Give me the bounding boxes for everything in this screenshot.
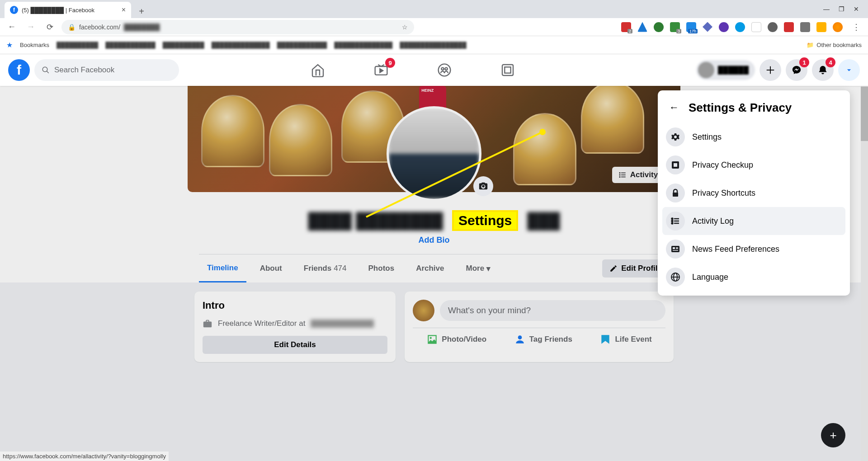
edit-details-button[interactable]: Edit Details [203,336,387,354]
dropdown-item-news-feed[interactable]: News Feed Preferences [662,235,845,263]
dropdown-item-language[interactable]: Language [662,263,845,291]
life-event-button[interactable]: Life Event [599,334,651,345]
extensions: 2 3 17h ⋮ [621,20,863,34]
add-bio-link[interactable]: Add Bio [419,235,450,245]
svg-rect-20 [674,163,677,167]
tab-timeline[interactable]: Timeline [199,254,246,282]
svg-point-6 [439,64,451,76]
chevron-down-icon: ▾ [486,264,491,273]
profile-chip[interactable]: ██████ [696,60,755,80]
ext-icon[interactable] [719,22,729,32]
profile-name-row: ████ ████████ Settings ███ [199,210,669,231]
tab-about[interactable]: About [252,254,290,282]
bookmark-item[interactable]: ████████████████ [400,42,466,48]
svg-point-7 [441,68,443,70]
bookmarks-label[interactable]: Bookmarks [20,42,49,48]
other-bookmarks[interactable]: 📁 Other bookmarks [807,42,862,48]
gaming-icon[interactable] [496,59,519,81]
browser-chrome: f (5) ████████ | Facebook × + — ❐ ✕ ← → … [0,0,868,54]
ext-icon[interactable] [751,22,761,32]
dropdown-item-privacy-shortcuts[interactable]: Privacy Shortcuts [662,179,845,207]
profile-picture[interactable] [387,106,481,201]
ext-icon[interactable] [735,22,745,32]
camera-icon[interactable] [473,176,493,196]
photo-video-button[interactable]: Photo/Video [426,334,486,345]
center-nav: 9 [307,59,519,81]
composer: What's on your mind? [413,300,665,328]
bookmark-item[interactable]: ██████████ [57,42,98,48]
notif-badge: 4 [826,57,835,67]
fb-logo[interactable]: f [8,59,30,81]
bookmark-item[interactable]: ██████████████ [212,42,270,48]
bookmark-item[interactable]: ████████████ [105,42,156,48]
ext-icon[interactable] [800,22,810,32]
composer-card: What's on your mind? Photo/Video Tag Fri… [405,292,674,362]
ext-icon[interactable] [637,22,647,32]
svg-point-0 [42,67,47,72]
browser-tab[interactable]: f (5) ████████ | Facebook × [5,2,131,18]
cover-photo[interactable]: Activity Log [188,86,680,192]
scrollbar[interactable] [861,86,868,461]
header-right: ██████ 1 4 [696,59,860,81]
groups-icon[interactable] [433,59,456,81]
svg-point-18 [518,335,522,339]
tag-friends-button[interactable]: Tag Friends [514,334,572,345]
avatar[interactable] [413,300,434,321]
briefcase-icon [203,319,212,329]
home-icon[interactable] [307,59,329,81]
ext-icon[interactable] [784,22,794,32]
close-tab-icon[interactable]: × [122,6,126,14]
ext-icon[interactable]: 3 [670,22,680,32]
folder-icon: 📁 [807,42,814,48]
intro-title: Intro [203,300,387,311]
annotation-highlight: Settings [452,210,518,231]
back-arrow-icon[interactable]: ← [666,99,682,116]
search-input[interactable]: Search Facebook [34,59,179,81]
maximize-icon[interactable]: ❐ [839,5,844,13]
tab-archive[interactable]: Archive [408,254,452,282]
profile-avatar-icon[interactable] [833,22,843,32]
ext-icon[interactable]: 17h [686,22,696,32]
bookmark-item[interactable]: ██████████████ [334,42,392,48]
dropdown-item-activity-log[interactable]: Activity Log [662,207,845,235]
fab-button[interactable]: + [821,423,845,447]
svg-point-25 [672,218,673,220]
dropdown-item-privacy-checkup[interactable]: Privacy Checkup [662,151,845,179]
tab-friends[interactable]: Friends 474 [296,254,355,282]
svg-rect-10 [505,67,510,73]
notifications-button[interactable]: 4 [812,59,834,81]
bookmarks-bar: ★ Bookmarks ██████████ ████████████ ████… [0,36,868,54]
bookmark-item[interactable]: ████████████ [277,42,327,48]
back-button[interactable]: ← [5,20,19,34]
forward-button[interactable]: → [24,20,38,34]
star-icon[interactable]: ☆ [402,24,408,31]
close-window-icon[interactable]: ✕ [854,5,859,13]
ext-icon[interactable] [768,22,778,32]
bookmark-item[interactable]: ██████████ [163,42,204,48]
watch-icon[interactable]: 9 [370,59,392,81]
tab-more[interactable]: More ▾ [458,254,499,282]
lock-icon [666,183,685,202]
svg-point-26 [672,221,673,222]
profile-name-tail: ███ [527,212,560,230]
account-dropdown-button[interactable] [838,59,860,81]
svg-point-14 [619,173,620,174]
svg-point-15 [619,174,620,175]
composer-input[interactable]: What's on your mind? [440,300,665,321]
dropdown-item-settings[interactable]: Settings [662,123,845,151]
svg-marker-3 [380,69,383,72]
svg-point-16 [619,177,620,178]
ext-icon[interactable] [654,22,664,32]
new-tab-button[interactable]: + [135,5,148,18]
tab-photos[interactable]: Photos [360,254,403,282]
create-button[interactable] [760,59,781,81]
menu-icon[interactable]: ⋮ [849,20,863,34]
news-icon [666,240,685,259]
reload-button[interactable]: ⟳ [42,20,57,34]
url-input[interactable]: 🔒 facebook.com/████████ ☆ [61,20,414,34]
messenger-button[interactable]: 1 [786,59,807,81]
minimize-icon[interactable]: — [823,5,830,13]
ext-icon[interactable] [703,22,712,32]
ext-icon[interactable]: 2 [621,22,631,32]
ext-icon[interactable] [816,22,826,32]
